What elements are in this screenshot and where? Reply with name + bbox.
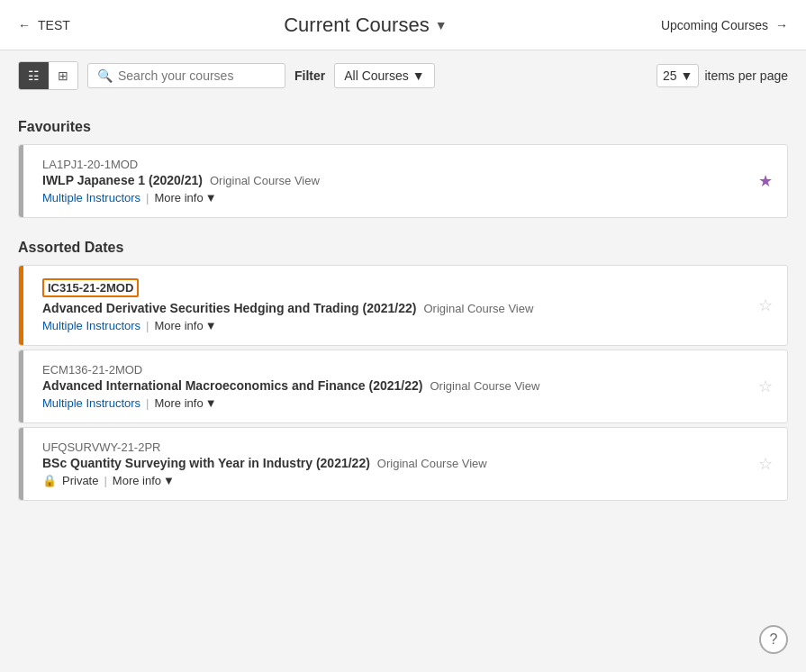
- favourite-star-icon[interactable]: ☆: [749, 454, 773, 474]
- more-info-chevron-icon: ▼: [163, 474, 175, 487]
- course-title-row: BSc Quantity Surveying with Year in Indu…: [42, 456, 749, 470]
- separator: |: [146, 396, 149, 410]
- more-info-button[interactable]: More info ▼: [113, 474, 175, 487]
- favourite-star-icon[interactable]: ☆: [749, 377, 773, 396]
- toolbar: ☷ ⊞ 🔍 Filter All Courses ▼ 25 ▼ items pe…: [0, 50, 806, 101]
- separator: |: [146, 191, 149, 204]
- course-left-bar: [19, 266, 23, 345]
- favourites-section-title: Favourites: [18, 119, 788, 135]
- course-body: UFQSURVWY-21-2PR BSc Quantity Surveying …: [33, 440, 749, 487]
- favourite-star-icon[interactable]: ☆: [749, 295, 773, 315]
- title-dropdown-arrow: ▼: [435, 18, 448, 32]
- favourite-star-icon[interactable]: ★: [749, 171, 773, 191]
- search-input[interactable]: [118, 68, 276, 83]
- course-body: ECM136-21-2MOD Advanced International Ma…: [33, 363, 749, 410]
- course-name: Advanced International Macroeconomics an…: [42, 378, 422, 393]
- course-view-label: Original Course View: [377, 457, 487, 470]
- course-card: LA1PJ1-20-1MOD IWLP Japanese 1 (2020/21)…: [18, 144, 788, 218]
- course-title-row: IWLP Japanese 1 (2020/21) Original Cours…: [42, 173, 749, 187]
- search-icon: 🔍: [97, 68, 113, 83]
- course-view-label: Original Course View: [210, 174, 320, 187]
- course-name: BSc Quantity Surveying with Year in Indu…: [42, 456, 370, 470]
- items-per-page: 25 ▼ items per page: [657, 64, 788, 87]
- page-title[interactable]: Current Courses ▼: [284, 14, 447, 37]
- more-info-chevron-icon: ▼: [205, 319, 217, 332]
- current-courses-title: Current Courses: [284, 14, 429, 37]
- more-info-chevron-icon: ▼: [205, 396, 217, 410]
- more-info-label: More info: [154, 319, 203, 332]
- separator: |: [146, 319, 149, 332]
- instructors-link[interactable]: Multiple Instructors: [42, 191, 140, 204]
- course-left-bar: [19, 428, 23, 500]
- course-meta: 🔒 Private | More info ▼: [42, 474, 749, 487]
- course-code: LA1PJ1-20-1MOD: [42, 158, 749, 171]
- assorted-dates-section-title: Assorted Dates: [18, 240, 788, 256]
- filter-dropdown[interactable]: All Courses ▼: [334, 63, 434, 88]
- more-info-chevron-icon: ▼: [205, 191, 217, 204]
- more-info-button[interactable]: More info ▼: [154, 191, 216, 204]
- items-dropdown-arrow-icon: ▼: [681, 68, 693, 83]
- course-view-label: Original Course View: [423, 302, 533, 315]
- private-label: Private: [62, 474, 98, 487]
- search-box: 🔍: [87, 63, 285, 88]
- more-info-label: More info: [154, 396, 203, 410]
- course-body: IC315-21-2MOD Advanced Derivative Securi…: [33, 278, 749, 332]
- course-body: LA1PJ1-20-1MOD IWLP Japanese 1 (2020/21)…: [33, 158, 749, 204]
- instructors-link[interactable]: Multiple Instructors: [42, 319, 140, 332]
- separator: |: [104, 474, 106, 487]
- course-left-bar: [19, 145, 23, 217]
- grid-view-button[interactable]: ⊞: [49, 62, 77, 89]
- course-code: UFQSURVWY-21-2PR: [42, 440, 749, 454]
- course-meta: Multiple Instructors | More info ▼: [42, 319, 749, 332]
- back-label: TEST: [38, 18, 70, 32]
- filter-label: Filter: [294, 68, 325, 83]
- upcoming-courses-label: Upcoming Courses: [661, 18, 768, 32]
- main-content: Favourites LA1PJ1-20-1MOD IWLP Japanese …: [0, 119, 806, 522]
- course-name: IWLP Japanese 1 (2020/21): [42, 173, 203, 187]
- course-name: Advanced Derivative Securities Hedging a…: [42, 301, 416, 315]
- lock-icon: 🔒: [42, 474, 57, 487]
- view-toggle: ☷ ⊞: [18, 61, 78, 90]
- items-select-dropdown[interactable]: 25 ▼: [657, 64, 699, 87]
- course-meta: Multiple Instructors | More info ▼: [42, 191, 749, 204]
- course-code-highlighted: IC315-21-2MOD: [42, 278, 139, 297]
- upcoming-courses-nav[interactable]: Upcoming Courses →: [661, 18, 788, 32]
- course-code: ECM136-21-2MOD: [42, 363, 749, 377]
- more-info-label: More info: [113, 474, 161, 487]
- course-title-row: Advanced International Macroeconomics an…: [42, 378, 749, 393]
- items-count: 25: [663, 68, 677, 83]
- filter-dropdown-arrow-icon: ▼: [412, 68, 425, 83]
- page-header: ← TEST Current Courses ▼ Upcoming Course…: [0, 0, 806, 50]
- items-label: items per page: [704, 68, 788, 83]
- filter-option: All Courses: [344, 68, 409, 83]
- course-card: IC315-21-2MOD Advanced Derivative Securi…: [18, 265, 788, 346]
- course-view-label: Original Course View: [430, 379, 539, 393]
- course-left-bar: [19, 350, 23, 422]
- list-view-button[interactable]: ☷: [19, 62, 49, 89]
- more-info-button[interactable]: More info ▼: [154, 396, 216, 410]
- more-info-label: More info: [154, 191, 203, 204]
- course-meta: Multiple Instructors | More info ▼: [42, 396, 749, 410]
- forward-arrow-icon: →: [775, 18, 788, 32]
- back-nav[interactable]: ← TEST: [18, 18, 70, 32]
- more-info-button[interactable]: More info ▼: [154, 319, 216, 332]
- instructors-link[interactable]: Multiple Instructors: [42, 396, 140, 410]
- course-card: ECM136-21-2MOD Advanced International Ma…: [18, 350, 788, 423]
- course-card: UFQSURVWY-21-2PR BSc Quantity Surveying …: [18, 427, 788, 501]
- course-title-row: Advanced Derivative Securities Hedging a…: [42, 301, 749, 315]
- back-arrow-icon: ←: [18, 18, 31, 32]
